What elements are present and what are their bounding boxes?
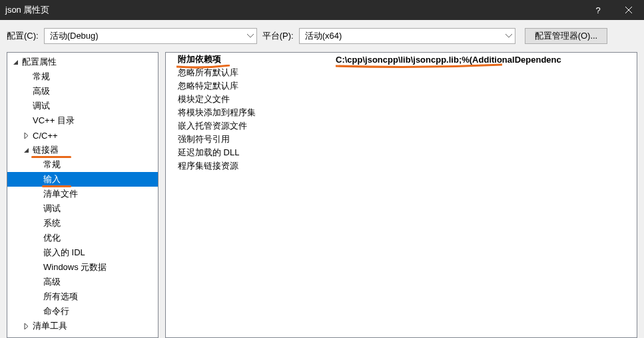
help-icon: ? xyxy=(595,5,600,15)
titlebar: json 属性页 ? xyxy=(0,0,644,20)
tree-label: 常规 xyxy=(42,159,61,171)
tree-item-linker-system[interactable]: 系统 xyxy=(7,216,158,231)
tree-item-linker-input[interactable]: 输入 xyxy=(7,172,158,187)
tree-label: 清单文件 xyxy=(42,188,78,200)
platform-combobox[interactable]: 活动(x64) xyxy=(299,28,515,44)
config-manager-label: 配置管理器(O)... xyxy=(535,30,598,42)
tree-label: 优化 xyxy=(42,232,61,244)
chevron-down-icon xyxy=(505,34,512,38)
tree-item-linker-debug[interactable]: 调试 xyxy=(7,201,158,216)
config-manager-button[interactable]: 配置管理器(O)... xyxy=(525,28,608,44)
tree-label: 系统 xyxy=(42,217,61,229)
tree-item-general[interactable]: 常规 xyxy=(7,69,158,84)
window-title: json 属性页 xyxy=(5,4,49,16)
annotation-underline-icon xyxy=(336,63,502,69)
tree-label: 调试 xyxy=(42,203,61,215)
tree-label: 配置属性 xyxy=(21,56,57,68)
property-row[interactable]: 忽略特定默认库 xyxy=(166,79,637,93)
property-row[interactable]: 嵌入托管资源文件 xyxy=(166,119,637,133)
tree-label: 嵌入的 IDL xyxy=(42,247,85,259)
property-name: 嵌入托管资源文件 xyxy=(166,120,336,132)
tree-item-linker-advanced[interactable]: 高级 xyxy=(7,275,158,289)
property-name: 延迟加载的 DLL xyxy=(166,147,336,159)
property-name: 忽略特定默认库 xyxy=(166,80,336,92)
tree-label: VC++ 目录 xyxy=(31,115,75,127)
help-button[interactable]: ? xyxy=(583,0,613,20)
tree-label: 输入 xyxy=(42,173,61,185)
tree-item-cpp[interactable]: C/C++ xyxy=(7,128,158,143)
collapse-icon[interactable] xyxy=(10,59,21,65)
tree-label: 链接器 xyxy=(31,144,59,156)
property-name: 模块定义文件 xyxy=(166,93,336,105)
tree-label: C/C++ xyxy=(31,131,58,141)
property-row[interactable]: 程序集链接资源 xyxy=(166,159,637,173)
property-name: 强制符号引用 xyxy=(166,133,336,145)
close-button[interactable] xyxy=(613,0,644,20)
tree-label: 常规 xyxy=(31,71,50,83)
tree-label: Windows 元数据 xyxy=(42,261,107,273)
platform-label: 平台(P): xyxy=(262,30,294,42)
config-value: 活动(Debug) xyxy=(50,30,99,42)
tree-item-linker-cmdline[interactable]: 命令行 xyxy=(7,304,158,319)
expand-icon[interactable] xyxy=(21,323,31,329)
main-area: 配置属性 常规 高级 调试 VC++ 目录 C/C++ 链 xyxy=(0,52,644,338)
tree-item-linker-embedded-idl[interactable]: 嵌入的 IDL xyxy=(7,245,158,260)
property-name: 将模块添加到程序集 xyxy=(166,107,336,119)
expand-icon[interactable] xyxy=(21,133,31,139)
tree-label: 调试 xyxy=(31,100,50,112)
tree-root-config-props[interactable]: 配置属性 xyxy=(7,55,158,69)
tree-item-linker-general[interactable]: 常规 xyxy=(7,157,158,172)
property-row[interactable]: 强制符号引用 xyxy=(166,133,637,146)
tree-item-linker-manifest-file[interactable]: 清单文件 xyxy=(7,187,158,201)
tree-label: 高级 xyxy=(42,276,61,288)
property-name: 附加依赖项 xyxy=(166,53,336,65)
property-grid: 附加依赖项C:\cpp\jsoncpp\lib\jsoncpp.lib;%(Ad… xyxy=(165,52,637,338)
property-row[interactable]: 将模块添加到程序集 xyxy=(166,106,637,119)
tree-item-vcdirs[interactable]: VC++ 目录 xyxy=(7,113,158,128)
tree-label: 高级 xyxy=(31,85,50,97)
tree-item-linker-optimize[interactable]: 优化 xyxy=(7,231,158,245)
tree-label: 所有选项 xyxy=(42,291,78,303)
tree-label: 清单工具 xyxy=(31,320,67,332)
tree-item-debug[interactable]: 调试 xyxy=(7,99,158,113)
tree-item-manifest-tool[interactable]: 清单工具 xyxy=(7,319,158,333)
tree-item-linker-all-options[interactable]: 所有选项 xyxy=(7,289,158,304)
config-combobox[interactable]: 活动(Debug) xyxy=(44,28,257,44)
tree-panel: 配置属性 常规 高级 调试 VC++ 目录 C/C++ 链 xyxy=(7,52,159,338)
property-name: 程序集链接资源 xyxy=(166,160,336,172)
platform-value: 活动(x64) xyxy=(305,30,342,42)
tree-item-linker[interactable]: 链接器 xyxy=(7,143,158,157)
tree-item-linker-win-metadata[interactable]: Windows 元数据 xyxy=(7,260,158,275)
property-row[interactable]: 模块定义文件 xyxy=(166,93,637,106)
tree-item-advanced[interactable]: 高级 xyxy=(7,84,158,99)
tree-label: 命令行 xyxy=(42,305,69,317)
collapse-icon[interactable] xyxy=(21,147,31,153)
close-icon xyxy=(625,7,632,13)
config-label: 配置(C): xyxy=(7,30,39,42)
chevron-down-icon xyxy=(247,34,254,38)
annotation-underline-icon xyxy=(176,65,230,69)
config-toolbar: 配置(C): 活动(Debug) 平台(P): 活动(x64) 配置管理器(O)… xyxy=(0,20,644,52)
property-row[interactable]: 延迟加载的 DLL xyxy=(166,146,637,159)
